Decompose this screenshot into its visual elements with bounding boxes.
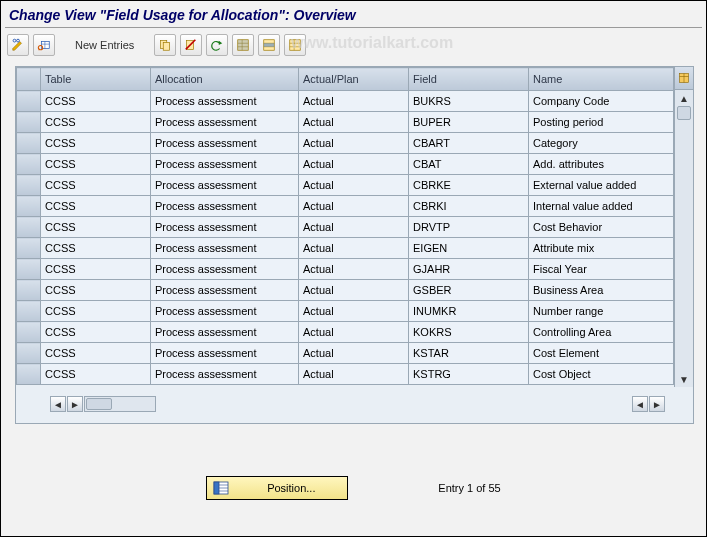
cell-field[interactable]: CBRKE: [409, 175, 529, 196]
cell-table[interactable]: CCSS: [41, 175, 151, 196]
cell-actual_plan[interactable]: Actual: [299, 343, 409, 364]
cell-allocation[interactable]: Process assessment: [151, 154, 299, 175]
cell-actual_plan[interactable]: Actual: [299, 217, 409, 238]
row-selector[interactable]: [17, 259, 41, 280]
cell-table[interactable]: CCSS: [41, 364, 151, 385]
cell-table[interactable]: CCSS: [41, 238, 151, 259]
row-selector[interactable]: [17, 154, 41, 175]
table-settings-button[interactable]: [675, 67, 693, 90]
cell-table[interactable]: CCSS: [41, 259, 151, 280]
cell-field[interactable]: GSBER: [409, 280, 529, 301]
row-selector[interactable]: [17, 196, 41, 217]
cell-field[interactable]: CBAT: [409, 154, 529, 175]
cell-name[interactable]: Posting period: [529, 112, 674, 133]
cell-actual_plan[interactable]: Actual: [299, 259, 409, 280]
cell-field[interactable]: BUKRS: [409, 91, 529, 112]
select-block-button[interactable]: [258, 34, 280, 56]
table-row[interactable]: CCSSProcess assessmentActualCBARTCategor…: [17, 133, 674, 154]
row-selector[interactable]: [17, 301, 41, 322]
cell-table[interactable]: CCSS: [41, 322, 151, 343]
cell-table[interactable]: CCSS: [41, 112, 151, 133]
cell-field[interactable]: CBART: [409, 133, 529, 154]
vertical-scrollbar[interactable]: ▲ ▼: [674, 67, 693, 387]
cell-table[interactable]: CCSS: [41, 91, 151, 112]
row-selector-header[interactable]: [17, 68, 41, 91]
col-header-actual-plan[interactable]: Actual/Plan: [299, 68, 409, 91]
row-selector[interactable]: [17, 217, 41, 238]
cell-actual_plan[interactable]: Actual: [299, 238, 409, 259]
cell-field[interactable]: EIGEN: [409, 238, 529, 259]
cell-allocation[interactable]: Process assessment: [151, 301, 299, 322]
cell-name[interactable]: Business Area: [529, 280, 674, 301]
scroll-up-button[interactable]: ▲: [675, 90, 693, 106]
table-row[interactable]: CCSSProcess assessmentActualDRVTPCost Be…: [17, 217, 674, 238]
cell-actual_plan[interactable]: Actual: [299, 91, 409, 112]
h-scroll-right2-button[interactable]: ►: [649, 396, 665, 412]
cell-allocation[interactable]: Process assessment: [151, 238, 299, 259]
row-selector[interactable]: [17, 112, 41, 133]
table-row[interactable]: CCSSProcess assessmentActualKSTARCost El…: [17, 343, 674, 364]
cell-table[interactable]: CCSS: [41, 343, 151, 364]
undo-change-button[interactable]: [206, 34, 228, 56]
h-scroll-thumb-left[interactable]: [86, 398, 112, 410]
row-selector[interactable]: [17, 238, 41, 259]
cell-table[interactable]: CCSS: [41, 133, 151, 154]
cell-actual_plan[interactable]: Actual: [299, 322, 409, 343]
cell-field[interactable]: BUPER: [409, 112, 529, 133]
cell-field[interactable]: GJAHR: [409, 259, 529, 280]
delete-button[interactable]: [180, 34, 202, 56]
scroll-track[interactable]: [675, 120, 693, 371]
scroll-thumb[interactable]: [677, 106, 691, 120]
cell-allocation[interactable]: Process assessment: [151, 364, 299, 385]
cell-table[interactable]: CCSS: [41, 280, 151, 301]
table-row[interactable]: CCSSProcess assessmentActualCBATAdd. att…: [17, 154, 674, 175]
table-row[interactable]: CCSSProcess assessmentActualKSTRGCost Ob…: [17, 364, 674, 385]
cell-actual_plan[interactable]: Actual: [299, 196, 409, 217]
cell-name[interactable]: Category: [529, 133, 674, 154]
cell-actual_plan[interactable]: Actual: [299, 301, 409, 322]
col-header-name[interactable]: Name: [529, 68, 674, 91]
cell-field[interactable]: KSTRG: [409, 364, 529, 385]
cell-field[interactable]: INUMKR: [409, 301, 529, 322]
scroll-down-button[interactable]: ▼: [675, 371, 693, 387]
cell-actual_plan[interactable]: Actual: [299, 175, 409, 196]
cell-table[interactable]: CCSS: [41, 196, 151, 217]
cell-table[interactable]: CCSS: [41, 301, 151, 322]
cell-actual_plan[interactable]: Actual: [299, 133, 409, 154]
cell-table[interactable]: CCSS: [41, 154, 151, 175]
table-row[interactable]: CCSSProcess assessmentActualGJAHRFiscal …: [17, 259, 674, 280]
h-scroll-left-button[interactable]: ◄: [50, 396, 66, 412]
cell-actual_plan[interactable]: Actual: [299, 112, 409, 133]
col-header-allocation[interactable]: Allocation: [151, 68, 299, 91]
cell-allocation[interactable]: Process assessment: [151, 175, 299, 196]
table-row[interactable]: CCSSProcess assessmentActualBUPERPosting…: [17, 112, 674, 133]
cell-allocation[interactable]: Process assessment: [151, 280, 299, 301]
change-display-toggle-button[interactable]: [7, 34, 29, 56]
cell-allocation[interactable]: Process assessment: [151, 196, 299, 217]
cell-field[interactable]: KOKRS: [409, 322, 529, 343]
cell-actual_plan[interactable]: Actual: [299, 280, 409, 301]
position-button[interactable]: Position...: [206, 476, 348, 500]
row-selector[interactable]: [17, 133, 41, 154]
cell-name[interactable]: Fiscal Year: [529, 259, 674, 280]
cell-allocation[interactable]: Process assessment: [151, 259, 299, 280]
cell-allocation[interactable]: Process assessment: [151, 91, 299, 112]
h-scroll-left2-button[interactable]: ◄: [632, 396, 648, 412]
cell-name[interactable]: Cost Object: [529, 364, 674, 385]
row-selector[interactable]: [17, 175, 41, 196]
row-selector[interactable]: [17, 343, 41, 364]
h-scroll-right-button[interactable]: ►: [67, 396, 83, 412]
cell-name[interactable]: Cost Element: [529, 343, 674, 364]
table-row[interactable]: CCSSProcess assessmentActualKOKRSControl…: [17, 322, 674, 343]
copy-as-button[interactable]: [154, 34, 176, 56]
cell-field[interactable]: DRVTP: [409, 217, 529, 238]
cell-name[interactable]: Controlling Area: [529, 322, 674, 343]
cell-allocation[interactable]: Process assessment: [151, 322, 299, 343]
row-selector[interactable]: [17, 280, 41, 301]
table-row[interactable]: CCSSProcess assessmentActualBUKRSCompany…: [17, 91, 674, 112]
cell-allocation[interactable]: Process assessment: [151, 217, 299, 238]
row-selector[interactable]: [17, 322, 41, 343]
cell-name[interactable]: Cost Behavior: [529, 217, 674, 238]
cell-actual_plan[interactable]: Actual: [299, 364, 409, 385]
cell-name[interactable]: Number range: [529, 301, 674, 322]
